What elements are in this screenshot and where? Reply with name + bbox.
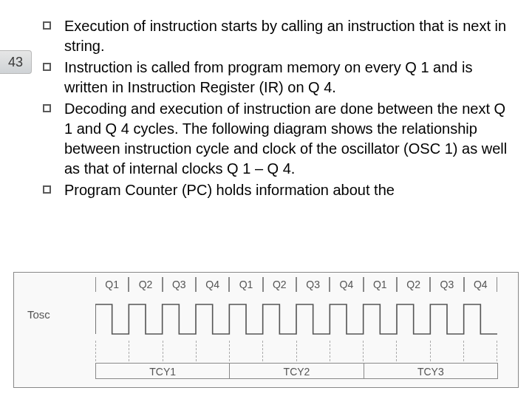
diagram-frame: Q1 Q2 Q3 Q4 Q1 Q2 Q3 Q4 Q1 Q2 Q3 Q4 Tosc bbox=[13, 272, 519, 388]
bullet-item: Decoding and execution of instruction ar… bbox=[43, 99, 517, 179]
q-label: Q3 bbox=[163, 277, 196, 292]
bullet-text: Execution of instruction starts by calli… bbox=[64, 16, 517, 56]
q-label: Q3 bbox=[430, 277, 463, 292]
vline bbox=[229, 341, 262, 361]
page-number: 43 bbox=[8, 55, 23, 70]
vline bbox=[430, 341, 463, 361]
bullet-icon bbox=[43, 104, 51, 112]
q-label-row: Q1 Q2 Q3 Q4 Q1 Q2 Q3 Q4 Q1 Q2 Q3 Q4 bbox=[95, 277, 497, 292]
q-label: Q2 bbox=[129, 277, 162, 292]
vline bbox=[196, 341, 229, 361]
q-label: Q1 bbox=[95, 277, 129, 292]
q-label: Q1 bbox=[229, 277, 262, 292]
bullet-item: Program Counter (PC) holds information a… bbox=[43, 180, 517, 200]
tcy-cell: TCY3 bbox=[364, 363, 498, 379]
q-label: Q4 bbox=[330, 277, 363, 292]
vline bbox=[363, 341, 396, 361]
vline bbox=[396, 341, 429, 361]
q-label: Q4 bbox=[196, 277, 229, 292]
q-label: Q3 bbox=[296, 277, 330, 292]
clock-waveform bbox=[95, 301, 497, 338]
tcy-cell: TCY1 bbox=[95, 363, 230, 379]
bullet-item: Instruction is called from program memor… bbox=[43, 58, 517, 98]
timing-diagram: Q1 Q2 Q3 Q4 Q1 Q2 Q3 Q4 Q1 Q2 Q3 Q4 Tosc bbox=[13, 272, 519, 388]
tcy-cell: TCY2 bbox=[229, 363, 364, 379]
vline bbox=[330, 341, 363, 361]
bullet-icon bbox=[43, 185, 51, 194]
q-label: Q2 bbox=[397, 277, 430, 292]
q-label: Q1 bbox=[364, 277, 397, 292]
q-label: Q2 bbox=[263, 277, 296, 292]
vline-row bbox=[95, 341, 497, 361]
tosc-label: Tosc bbox=[27, 308, 50, 321]
vline bbox=[296, 341, 330, 361]
bullet-list: Execution of instruction starts by calli… bbox=[43, 16, 517, 202]
bullet-item: Execution of instruction starts by calli… bbox=[43, 16, 517, 56]
q-label: Q4 bbox=[464, 277, 497, 292]
bullet-icon bbox=[43, 63, 51, 71]
vline bbox=[262, 341, 296, 361]
bullet-text: Instruction is called from program memor… bbox=[64, 58, 517, 98]
vline bbox=[463, 341, 497, 361]
bullet-text: Program Counter (PC) holds information a… bbox=[64, 180, 395, 200]
bullet-text: Decoding and execution of instruction ar… bbox=[64, 99, 517, 179]
bullet-icon bbox=[43, 21, 51, 30]
page-number-badge: 43 bbox=[0, 50, 32, 74]
vline bbox=[163, 341, 196, 361]
vline bbox=[129, 341, 162, 361]
tcy-row: TCY1 TCY2 TCY3 bbox=[95, 363, 497, 379]
vline bbox=[95, 341, 129, 361]
